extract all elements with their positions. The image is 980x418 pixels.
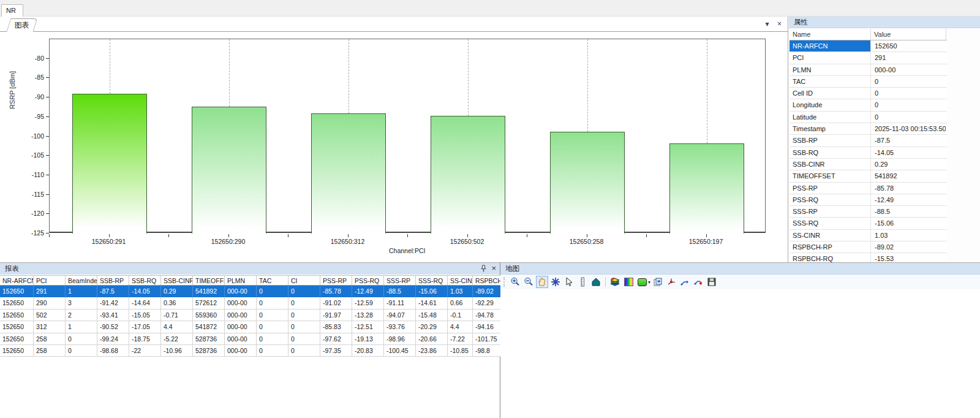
- select-cursor-icon[interactable]: [563, 276, 575, 288]
- report-column-header[interactable]: SSB-RP: [97, 276, 129, 285]
- property-row[interactable]: Longitude0: [790, 99, 947, 111]
- toolbar-separator: [605, 277, 606, 287]
- property-row[interactable]: RSPBCH-RP-89.02: [790, 241, 947, 253]
- report-cell: 0.29: [161, 286, 193, 297]
- route-import-icon[interactable]: [692, 276, 704, 288]
- report-cell: -12.51: [352, 321, 384, 333]
- y-tick-label: -120: [24, 210, 44, 217]
- report-cell: -85.83: [320, 321, 352, 333]
- rsrp-bar[interactable]: [192, 107, 266, 234]
- rsrp-bar[interactable]: [431, 116, 505, 234]
- y-tick-mark: [46, 116, 49, 117]
- column-header-name[interactable]: Name: [790, 29, 871, 40]
- property-row[interactable]: NR-ARFCN152650: [790, 40, 947, 52]
- pan-hand-icon[interactable]: [536, 276, 548, 288]
- property-row[interactable]: SSB-CINR0.29: [790, 159, 947, 170]
- report-cell: 000-00: [225, 321, 257, 333]
- property-row[interactable]: PSS-RP-85.78: [790, 183, 947, 194]
- property-name: PCI: [790, 52, 871, 63]
- bar-chart-plot[interactable]: [49, 39, 766, 233]
- legend-color-icon[interactable]: [636, 276, 648, 288]
- property-row[interactable]: RSPBCH-RQ-15.53: [790, 253, 947, 262]
- property-value: 541892: [871, 170, 946, 181]
- property-name: PLMN: [790, 64, 871, 75]
- route-branch-icon[interactable]: [679, 276, 691, 288]
- layers-icon[interactable]: [609, 276, 621, 288]
- site-marker-icon[interactable]: [665, 276, 677, 288]
- report-column-header[interactable]: PSS-RQ: [352, 276, 384, 285]
- toolbar-grip[interactable]: [503, 277, 506, 287]
- report-row[interactable]: 1526502903-91.42-14.640.36572612000-0000…: [0, 297, 500, 309]
- chevron-down-icon[interactable]: ▾: [766, 20, 769, 28]
- property-row[interactable]: Timestamp2025-11-03 00:15:53.500: [790, 123, 947, 135]
- report-cell: 0: [257, 333, 288, 345]
- map-canvas[interactable]: [500, 289, 980, 418]
- report-column-header[interactable]: PSS-RP: [320, 276, 352, 285]
- report-column-header[interactable]: TIMEOFFSET: [193, 276, 225, 285]
- property-row[interactable]: SSB-RP-87.5: [790, 135, 947, 146]
- rsrp-bar[interactable]: [311, 113, 386, 234]
- report-column-header[interactable]: SSS-RQ: [416, 276, 448, 285]
- save-disk-icon[interactable]: [706, 276, 718, 288]
- fit-extent-icon[interactable]: [549, 276, 562, 288]
- report-column-header[interactable]: CI: [288, 276, 320, 285]
- report-column-header[interactable]: SS-CINR: [448, 276, 473, 285]
- y-tick-label: -125: [24, 229, 44, 237]
- report-column-header[interactable]: PCI: [34, 276, 66, 285]
- report-row[interactable]: 1526502580-98.68-22-10.96528736000-0000-…: [0, 345, 500, 357]
- property-row[interactable]: SSS-RQ-15.06: [790, 218, 947, 229]
- property-value: 0: [871, 99, 946, 110]
- property-row[interactable]: TIMEOFFSET541892: [790, 170, 947, 182]
- chevron-down-icon[interactable]: ▾: [648, 279, 650, 285]
- rsrp-bar[interactable]: [72, 94, 147, 234]
- report-column-header[interactable]: RSPBCH-RP: [473, 276, 500, 285]
- report-column-header[interactable]: SSB-CINR: [161, 276, 193, 285]
- property-row[interactable]: PSS-RQ-12.49: [790, 194, 947, 206]
- property-row[interactable]: Cell ID0: [790, 88, 947, 99]
- report-column-header[interactable]: PLMN: [225, 276, 257, 285]
- export-view-icon[interactable]: [652, 276, 664, 288]
- report-row[interactable]: 1526505022-93.41-15.05-0.71559360000-000…: [0, 310, 500, 321]
- report-cell: -15.06: [416, 286, 448, 297]
- report-column-header[interactable]: BeamIndex: [66, 276, 97, 285]
- report-column-header[interactable]: NR-ARFCN: [0, 276, 34, 285]
- report-row[interactable]: 1526502580-99.24-18.75-5.22528736000-000…: [0, 333, 500, 345]
- tab-chart[interactable]: 图表: [6, 18, 37, 32]
- bar-guide-line: [707, 39, 707, 143]
- report-cell: 0: [257, 345, 288, 357]
- window-tab-strip: NR: [0, 0, 980, 17]
- report-column-header[interactable]: SSB-RQ: [129, 276, 161, 285]
- property-row[interactable]: PLMN000-00: [790, 64, 947, 76]
- property-name: SSB-CINR: [790, 159, 871, 170]
- close-icon[interactable]: ×: [777, 20, 782, 28]
- chart-tabstrip: 图表 ▾ ×: [0, 18, 788, 32]
- x-tick-mark: [706, 234, 707, 237]
- zoom-out-icon[interactable]: [522, 276, 535, 288]
- zoom-in-icon[interactable]: [509, 276, 521, 288]
- property-row[interactable]: SSB-RQ-14.05: [790, 147, 947, 159]
- home-icon[interactable]: [590, 276, 602, 288]
- report-column-header[interactable]: TAC: [257, 276, 288, 285]
- report-row[interactable]: 1526502911-87.5-14.050.29541892000-0000-…: [0, 286, 500, 297]
- close-icon[interactable]: ×: [491, 264, 496, 273]
- report-row[interactable]: 1526503121-90.52-17.054.4541872000-0000-…: [0, 321, 500, 333]
- report-column-header[interactable]: SSS-RP: [384, 276, 416, 285]
- x-category-label: 152650:291: [66, 238, 152, 245]
- property-row[interactable]: TAC0: [790, 76, 947, 88]
- rsrp-bar[interactable]: [669, 143, 744, 234]
- report-cell: -85.78: [320, 286, 352, 297]
- report-cell: -14.05: [129, 286, 161, 297]
- x-category-label: 152650:258: [544, 238, 630, 245]
- report-cell: 572612: [193, 297, 225, 309]
- column-header-value[interactable]: Value: [871, 29, 946, 40]
- pin-icon[interactable]: [480, 265, 487, 273]
- report-cell: 0: [257, 297, 288, 309]
- colormap-icon[interactable]: [622, 276, 635, 288]
- property-row[interactable]: SS-CINR1.03: [790, 230, 947, 241]
- measure-ruler-icon[interactable]: [576, 276, 589, 288]
- property-row[interactable]: SSS-RP-88.5: [790, 206, 947, 218]
- tab-nr[interactable]: NR: [1, 4, 23, 17]
- property-row[interactable]: Latitude0: [790, 112, 947, 123]
- rsrp-bar[interactable]: [550, 132, 625, 234]
- property-row[interactable]: PCI291: [790, 52, 947, 64]
